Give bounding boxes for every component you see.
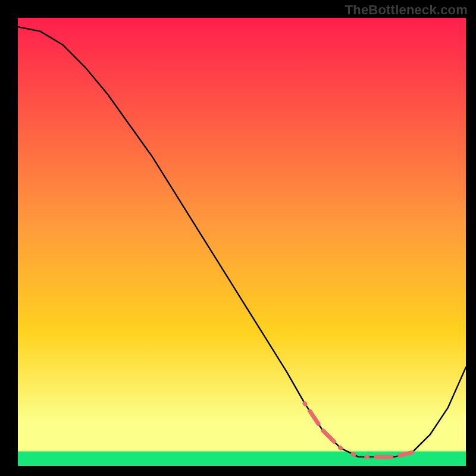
plot-area [18, 18, 466, 466]
bottleneck-chart: TheBottleneck.com [0, 0, 476, 476]
chart-canvas [0, 0, 476, 476]
watermark-text: TheBottleneck.com [345, 2, 468, 18]
